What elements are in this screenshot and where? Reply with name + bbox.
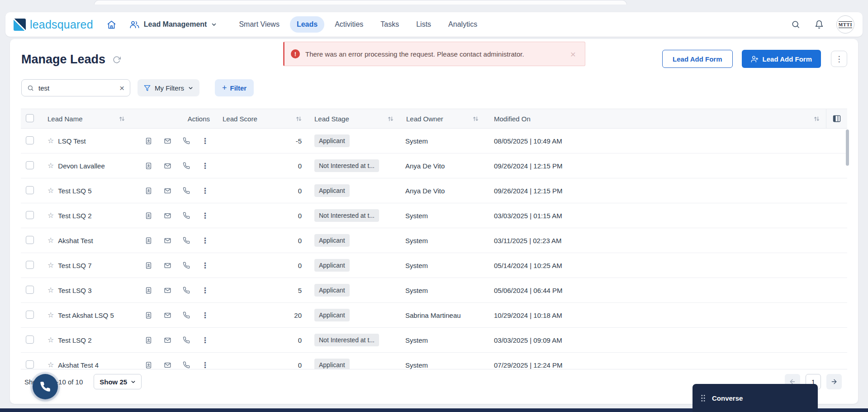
star-icon[interactable]: ☆: [47, 287, 54, 294]
vertical-scrollbar[interactable]: [846, 129, 849, 166]
next-page-button[interactable]: [826, 374, 842, 389]
lead-name[interactable]: Test LSQ 5: [58, 187, 91, 195]
add-filter-button[interactable]: + Filter: [215, 79, 254, 96]
lead-name[interactable]: Test Akshat LSQ 5: [58, 311, 114, 319]
page-size-select[interactable]: Show 25: [94, 374, 142, 389]
row-kebab-icon[interactable]: ⋮: [201, 211, 209, 220]
star-icon[interactable]: ☆: [47, 311, 54, 319]
lead-name[interactable]: Test LSQ 2: [58, 336, 91, 344]
phone-icon[interactable]: [183, 262, 190, 269]
email-icon[interactable]: [164, 336, 171, 344]
star-icon[interactable]: ☆: [47, 212, 54, 219]
star-icon[interactable]: ☆: [47, 137, 54, 144]
phone-icon[interactable]: [183, 212, 190, 219]
lead-card-icon[interactable]: [145, 212, 152, 220]
phone-icon[interactable]: [183, 287, 190, 294]
search-button[interactable]: [789, 18, 802, 31]
lead-name[interactable]: Test LSQ 3: [58, 287, 91, 294]
converse-dock[interactable]: Converse: [693, 384, 818, 412]
lead-name[interactable]: Test LSQ 7: [58, 262, 91, 269]
sort-icon[interactable]: [473, 116, 479, 122]
row-kebab-icon[interactable]: ⋮: [201, 311, 209, 320]
phone-icon[interactable]: [183, 162, 190, 169]
column-settings-button[interactable]: [826, 109, 847, 128]
row-checkbox[interactable]: [26, 311, 34, 319]
lead-name[interactable]: Test LSQ 2: [58, 212, 91, 220]
app-selector-dropdown[interactable]: Lead Management: [130, 20, 217, 29]
error-close-button[interactable]: ×: [568, 49, 579, 59]
email-icon[interactable]: [164, 262, 171, 269]
row-checkbox[interactable]: [26, 286, 34, 294]
nav-tab-smart-views[interactable]: Smart Views: [232, 16, 286, 33]
row-kebab-icon[interactable]: ⋮: [201, 286, 209, 295]
lead-name[interactable]: Akshat Test: [58, 237, 93, 244]
lead-name[interactable]: Devon Lavallee: [58, 162, 104, 170]
home-button[interactable]: [105, 18, 118, 31]
star-icon[interactable]: ☆: [47, 361, 54, 369]
row-kebab-icon[interactable]: ⋮: [201, 360, 209, 369]
more-actions-button[interactable]: ⋮: [831, 51, 847, 67]
star-icon[interactable]: ☆: [47, 187, 54, 194]
my-filters-dropdown[interactable]: My Filters: [138, 79, 199, 96]
account-avatar[interactable]: MTTI: [836, 15, 854, 34]
phone-icon[interactable]: [183, 137, 190, 144]
phone-icon[interactable]: [183, 336, 190, 344]
sort-icon[interactable]: [388, 116, 394, 122]
row-kebab-icon[interactable]: ⋮: [201, 161, 209, 171]
email-icon[interactable]: [164, 311, 171, 319]
search-input[interactable]: [38, 84, 116, 92]
email-icon[interactable]: [164, 361, 171, 369]
phone-icon[interactable]: [183, 361, 190, 369]
row-kebab-icon[interactable]: ⋮: [201, 236, 209, 245]
sort-icon[interactable]: [814, 116, 820, 122]
email-icon[interactable]: [164, 287, 171, 294]
star-icon[interactable]: ☆: [47, 237, 54, 244]
row-checkbox[interactable]: [26, 236, 34, 244]
nav-tab-leads[interactable]: Leads: [290, 16, 324, 33]
row-checkbox[interactable]: [26, 211, 34, 219]
lead-card-icon[interactable]: [145, 162, 152, 170]
phone-icon[interactable]: [183, 187, 190, 194]
row-kebab-icon[interactable]: ⋮: [201, 335, 209, 345]
nav-tab-analytics[interactable]: Analytics: [441, 16, 484, 33]
lead-add-form-primary-button[interactable]: Lead Add Form: [742, 50, 821, 68]
lead-card-icon[interactable]: [145, 311, 152, 319]
star-icon[interactable]: ☆: [47, 162, 54, 169]
row-checkbox[interactable]: [26, 335, 34, 344]
leadsquared-logo[interactable]: leadsquared: [14, 18, 93, 31]
lead-name[interactable]: Akshat Test 4: [58, 361, 99, 369]
search-clear-button[interactable]: ×: [119, 84, 124, 92]
email-icon[interactable]: [164, 162, 171, 170]
star-icon[interactable]: ☆: [47, 336, 54, 344]
row-checkbox[interactable]: [26, 186, 34, 194]
row-kebab-icon[interactable]: ⋮: [201, 261, 209, 270]
row-kebab-icon[interactable]: ⋮: [201, 186, 209, 196]
nav-tab-tasks[interactable]: Tasks: [374, 16, 406, 33]
email-icon[interactable]: [164, 187, 171, 195]
sort-icon[interactable]: [119, 116, 125, 122]
email-icon[interactable]: [164, 137, 171, 145]
nav-tab-activities[interactable]: Activities: [328, 16, 370, 33]
email-icon[interactable]: [164, 212, 171, 220]
select-all-checkbox[interactable]: [26, 114, 34, 122]
call-fab-button[interactable]: [33, 374, 58, 399]
lead-card-icon[interactable]: [145, 361, 152, 369]
row-kebab-icon[interactable]: ⋮: [201, 136, 209, 146]
lead-card-icon[interactable]: [145, 262, 152, 269]
lead-card-icon[interactable]: [145, 336, 152, 344]
star-icon[interactable]: ☆: [47, 262, 54, 269]
row-checkbox[interactable]: [26, 360, 34, 369]
lead-name[interactable]: LSQ Test: [58, 137, 85, 145]
row-checkbox[interactable]: [26, 261, 34, 269]
refresh-button[interactable]: [113, 56, 121, 64]
lead-card-icon[interactable]: [145, 187, 152, 195]
nav-tab-lists[interactable]: Lists: [409, 16, 438, 33]
notifications-button[interactable]: [813, 18, 825, 31]
lead-card-icon[interactable]: [145, 237, 152, 244]
lead-card-icon[interactable]: [145, 287, 152, 294]
sort-icon[interactable]: [296, 116, 302, 122]
row-checkbox[interactable]: [26, 136, 34, 144]
row-checkbox[interactable]: [26, 161, 34, 169]
lead-card-icon[interactable]: [145, 137, 152, 145]
phone-icon[interactable]: [183, 237, 190, 244]
